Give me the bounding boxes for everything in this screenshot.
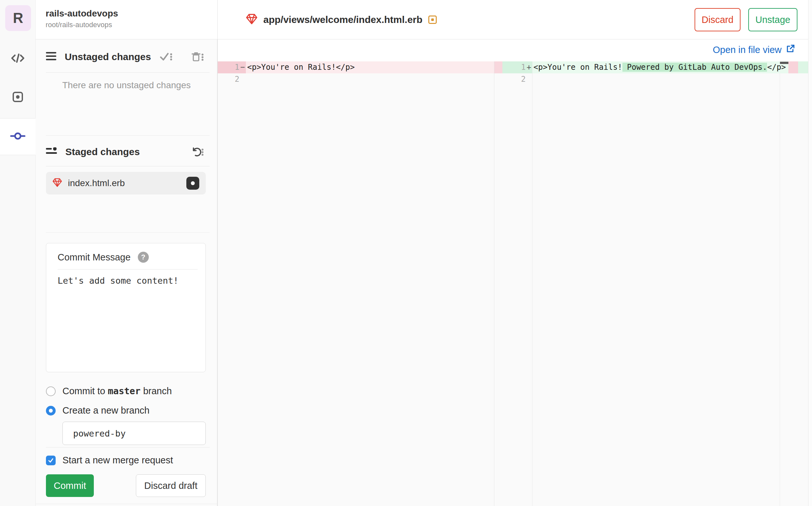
- commit-message-label: Commit Message: [58, 252, 131, 263]
- divider: [46, 136, 210, 136]
- left-overview-removed-mark: [494, 61, 502, 73]
- open-file-path: app/views/welcome/index.html.erb: [263, 14, 422, 25]
- divider: [46, 232, 210, 233]
- unstaged-title: Unstaged changes: [65, 52, 160, 62]
- side-by-side-diff: 1− <p>You're on Rails!</p> 2 1+ <p>You'r…: [217, 61, 808, 506]
- start-merge-request-option[interactable]: Start a new merge request: [46, 455, 173, 466]
- open-in-file-view-link[interactable]: Open in file view: [713, 44, 795, 56]
- discard-button[interactable]: Discard: [694, 8, 741, 31]
- editor-header: app/views/welcome/index.html.erb Discard…: [217, 0, 808, 39]
- page-scrollbar[interactable]: [808, 0, 812, 506]
- unstage-all-button[interactable]: [191, 147, 204, 157]
- commit-icon: [10, 132, 25, 142]
- unstaged-empty-message: There are no unstaged changes: [36, 80, 217, 90]
- project-header: rails-autodevops root/rails-autodevops: [36, 0, 217, 39]
- rail-item-commit[interactable]: [0, 118, 36, 155]
- left-empty-line[interactable]: [246, 73, 494, 85]
- right-gutter-line-1: 1+: [502, 61, 532, 73]
- rail-item-edit[interactable]: [0, 43, 35, 75]
- overview-removed-mark: [789, 61, 798, 73]
- staged-list-icon: [46, 147, 57, 156]
- review-icon: [12, 91, 23, 104]
- radio-selected: [46, 406, 56, 416]
- commit-sidebar: Unstaged changes There are no unstaged c…: [36, 39, 217, 506]
- editor-scrollbar-thumb[interactable]: [780, 62, 789, 64]
- commit-to-branch-label: Commit to master branch: [62, 386, 172, 397]
- commit-button[interactable]: Commit: [46, 474, 94, 497]
- project-avatar: R: [5, 5, 31, 31]
- help-icon[interactable]: ?: [138, 252, 149, 263]
- left-gutter-line-1: 1−: [217, 61, 246, 73]
- unstage-button[interactable]: Unstage: [748, 8, 798, 31]
- hamburger-icon: [46, 52, 56, 62]
- left-gutter-line-2: 2: [217, 73, 246, 85]
- pane-divider: [494, 61, 494, 506]
- staged-section-header: Staged changes: [46, 142, 211, 162]
- start-merge-request-label: Start a new merge request: [62, 455, 173, 466]
- ruby-icon: [52, 178, 62, 188]
- added-word-highlight: Powered by GitLab Auto DevOps.: [622, 63, 767, 72]
- stage-all-button[interactable]: [160, 52, 173, 61]
- commit-message-box[interactable]: Commit Message ? Let's add some content!: [46, 243, 206, 372]
- ruby-icon: [246, 14, 258, 26]
- right-empty-line[interactable]: [532, 73, 789, 85]
- divider: [46, 447, 210, 447]
- commit-message-input[interactable]: Let's add some content!: [58, 276, 179, 286]
- staged-file-name: index.html.erb: [68, 178, 186, 188]
- create-new-branch-label: Create a new branch: [62, 405, 149, 416]
- overview-added-mark: [798, 61, 808, 73]
- branch-name-input[interactable]: powered-by: [62, 422, 206, 445]
- activity-rail: [0, 0, 36, 506]
- modified-status-badge: [186, 177, 199, 190]
- rail-item-review[interactable]: [0, 81, 35, 114]
- divider: [46, 72, 210, 73]
- discard-all-button[interactable]: [192, 52, 204, 62]
- project-namespace: root/rails-autodevops: [46, 21, 112, 29]
- unstaged-section-header: Unstaged changes: [46, 47, 211, 67]
- gutter-border: [532, 61, 533, 506]
- sidebar-editor-divider: [217, 0, 218, 506]
- divider: [58, 269, 198, 269]
- project-name: rails-autodevops: [46, 8, 118, 19]
- code-icon: [11, 53, 24, 65]
- staged-title: Staged changes: [65, 146, 191, 157]
- changed-indicator-icon: [428, 15, 437, 24]
- scrollbar-border: [780, 73, 780, 506]
- commit-to-branch-option[interactable]: Commit to master branch: [46, 386, 172, 397]
- added-line[interactable]: <p>You're on Rails! Powered by GitLab Au…: [532, 61, 789, 73]
- external-link-icon: [786, 44, 795, 56]
- discard-draft-button[interactable]: Discard draft: [136, 474, 206, 497]
- create-new-branch-option[interactable]: Create a new branch: [46, 405, 149, 416]
- radio-unselected: [46, 387, 56, 396]
- checkbox-checked: [46, 455, 56, 465]
- panel-bottom-border: [36, 504, 217, 504]
- master-branch-name: master: [108, 386, 140, 397]
- divider: [46, 166, 210, 166]
- header-border: [36, 39, 808, 39]
- removed-line[interactable]: <p>You're on Rails!</p>: [246, 61, 494, 73]
- staged-file-row[interactable]: index.html.erb: [46, 172, 206, 194]
- right-gutter-line-2: 2: [502, 73, 532, 85]
- diff-toolbar: Open in file view: [217, 39, 808, 61]
